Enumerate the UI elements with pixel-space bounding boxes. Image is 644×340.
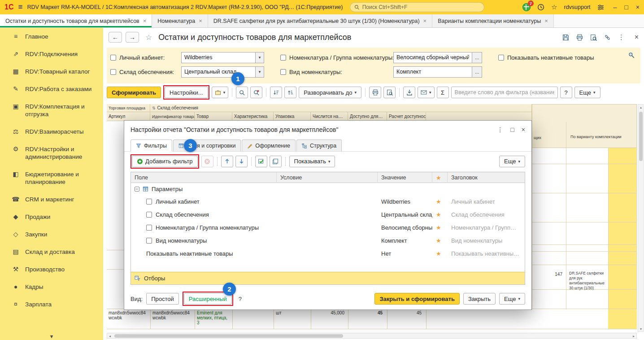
star-icon[interactable]: ★: [436, 198, 441, 205]
sidebar-more-icon[interactable]: ▼: [0, 334, 103, 339]
print-preview-button[interactable]: [383, 87, 396, 98]
check-all-button[interactable]: [255, 156, 267, 167]
sidebar-item-rdv-orders[interactable]: ✎RDV:Работа с заказами: [0, 80, 103, 98]
tab-appearance[interactable]: Оформление: [242, 139, 296, 151]
settings-button[interactable]: Настройки...: [165, 87, 208, 98]
column-header-counted[interactable]: Числится на…: [311, 112, 348, 121]
cell-available[interactable]: 45: [348, 309, 384, 316]
help-button[interactable]: ?: [560, 87, 572, 98]
header-cell[interactable]: Вид номенклатуры: [448, 234, 525, 247]
header-cell[interactable]: Личный кабинет: [448, 195, 525, 208]
connection-settings-icon[interactable]: [597, 4, 604, 11]
close-dialog-button[interactable]: Закрыть: [463, 293, 496, 305]
col-value[interactable]: Значение: [378, 172, 432, 183]
tab-varianty[interactable]: Варианты комплектации номенклатуры ×: [432, 14, 554, 27]
tab-nomenklatura[interactable]: Номенклатура ×: [152, 14, 208, 27]
sidebar-item-sales[interactable]: ◆Продажи: [0, 208, 103, 226]
close-tab-icon[interactable]: ×: [544, 17, 548, 24]
global-search[interactable]: [350, 2, 484, 12]
remove-filter-button[interactable]: [201, 156, 213, 167]
row-checkbox[interactable]: [146, 225, 152, 231]
tab-drsafe[interactable]: DR.SAFE салфетки для рук антибактериальн…: [208, 14, 432, 27]
type-field[interactable]: [393, 66, 472, 78]
tab-fields-sorting[interactable]: Поля и сортировки: [173, 139, 241, 151]
vertical-scroll-thumb[interactable]: [639, 112, 643, 161]
get-link-icon[interactable]: [604, 34, 611, 41]
warehouse-dropdown-icon[interactable]: ▾: [256, 66, 264, 78]
expand-to-button[interactable]: Разворачивать до ▾: [299, 87, 361, 98]
sidebar-item-warehouse[interactable]: ▤Склад и доставка: [0, 243, 103, 261]
cell-calc[interactable]: 45: [387, 309, 423, 316]
sidebar-item-crm[interactable]: ☎CRM и маркетинг: [0, 191, 103, 208]
header-cell[interactable]: Склад обеспечения: [448, 208, 525, 221]
show-inactive-checkbox[interactable]: [498, 55, 504, 61]
move-up-button[interactable]: [221, 156, 233, 167]
close-tab-icon[interactable]: ×: [143, 17, 147, 24]
sidebar-item-rdv-settlements[interactable]: ⚖RDV:Взаиморасчеты: [0, 123, 103, 140]
cell-article[interactable]: man8xdn5wwoc84wcwbk: [107, 309, 149, 321]
close-window-button[interactable]: ×: [636, 4, 640, 11]
sidebar-item-rdv-connections[interactable]: ⇗RDV:Подключения: [0, 45, 103, 63]
global-search-input[interactable]: [362, 4, 480, 10]
filter-row-type[interactable]: Вид номенклатуры Комплект ★ Вид номенкла…: [131, 234, 525, 247]
close-tab-icon[interactable]: ×: [199, 17, 202, 24]
value-cell[interactable]: Wildberries: [378, 195, 432, 208]
tab-structure[interactable]: Структура: [296, 139, 342, 151]
dialog-more-button[interactable]: Еще ▾: [499, 156, 525, 167]
collapse-icon[interactable]: −: [135, 187, 139, 192]
cell-qty[interactable]: 45,000: [311, 309, 346, 316]
cell-product[interactable]: Eminent для мелких, птица, 3: [195, 309, 232, 326]
discussions-globe-icon[interactable]: 7: [522, 3, 531, 11]
main-menu-icon[interactable]: ≡: [18, 3, 22, 12]
totals-sum-button[interactable]: Σ: [437, 87, 449, 98]
add-filter-button[interactable]: Добавить фильтр: [132, 156, 198, 167]
sidebar-item-purchases[interactable]: ◇Закупки: [0, 226, 103, 243]
column-header-calc[interactable]: Расчет доступности: [387, 112, 426, 121]
preview-icon[interactable]: [590, 34, 597, 41]
nomenclature-checkbox[interactable]: [280, 55, 286, 61]
selections-group-row[interactable]: Отборы: [131, 272, 525, 284]
star-icon[interactable]: ★: [436, 211, 441, 218]
print-report-button[interactable]: [369, 87, 381, 98]
column-header-article[interactable]: Артикул: [107, 112, 150, 121]
condition-cell[interactable]: [277, 234, 378, 247]
cabinet-field[interactable]: [181, 52, 256, 63]
sidebar-item-main[interactable]: ≡Главное: [0, 28, 103, 45]
col-star[interactable]: ★: [432, 172, 448, 183]
maximize-button[interactable]: □: [624, 4, 628, 11]
cell-identifier[interactable]: man8xdn5wwoc84wcwbk: [151, 309, 194, 321]
column-header-available[interactable]: Доступно для…: [348, 112, 387, 121]
sidebar-item-rdv-shipping[interactable]: ▣RDV:Комплектация и отгрузка: [0, 98, 103, 123]
cell-unit[interactable]: шт: [274, 309, 310, 316]
send-email-button[interactable]: ▾: [418, 87, 435, 98]
cabinet-dropdown-icon[interactable]: ▾: [256, 52, 264, 63]
vertical-scrollbar[interactable]: ▴ ▾: [638, 104, 644, 332]
uncheck-all-button[interactable]: [270, 156, 282, 167]
filter-row-nomenclature[interactable]: Номенклатура / Группа номенклатуры Велос…: [131, 221, 525, 234]
dialog-help-icon[interactable]: ?: [239, 296, 242, 302]
header-cell[interactable]: Номенклатура / Групп…: [448, 221, 525, 234]
value-cell[interactable]: Центральный склад: [378, 208, 432, 221]
generate-button[interactable]: Сформировать: [107, 87, 161, 98]
cancel-find-button[interactable]: [250, 87, 262, 98]
favorites-icon[interactable]: ☆: [551, 3, 557, 11]
close-and-generate-button[interactable]: Закрыть и сформировать: [374, 293, 460, 305]
sort-ascending-button[interactable]: [284, 87, 296, 98]
dialog-footer-more-button[interactable]: Еще ▾: [499, 293, 525, 305]
column-header-marketplace[interactable]: Торговая площадка: [107, 104, 150, 112]
condition-cell[interactable]: [277, 208, 378, 221]
scroll-down-icon[interactable]: ▾: [638, 326, 644, 331]
tab-filters[interactable]: Фильтры: [131, 139, 172, 151]
header-cell[interactable]: Показывать неактивны…: [448, 247, 525, 260]
filter-row-cabinet[interactable]: Личный кабинет Wildberries ★ Личный каби…: [131, 195, 525, 208]
save-icon[interactable]: [562, 34, 569, 41]
close-form-icon[interactable]: ×: [635, 33, 639, 41]
cell-variant-product[interactable]: DR.SAFE салфетки для рук антибактериальн…: [567, 270, 608, 292]
sidebar-item-budgeting[interactable]: ◧Бюджетирование и планирование: [0, 166, 103, 191]
col-condition[interactable]: Условие: [277, 172, 378, 183]
quick-filter-input[interactable]: [451, 87, 558, 98]
star-icon[interactable]: ★: [436, 224, 441, 231]
col-header[interactable]: Заголовок: [448, 172, 525, 183]
show-mode-button[interactable]: Показывать ▾: [289, 156, 335, 167]
parameters-group-row[interactable]: − Параметры: [131, 183, 525, 195]
